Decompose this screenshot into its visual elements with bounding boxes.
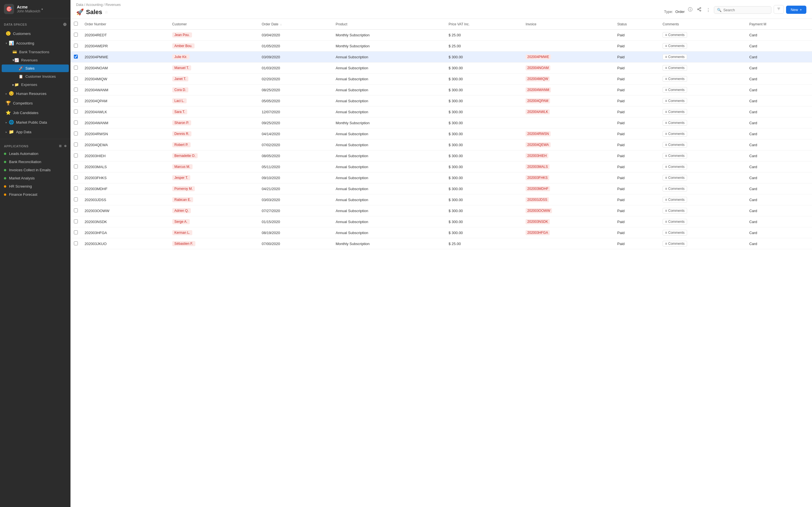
app-item-leads-automation[interactable]: Leads Automation [0,150,70,158]
row-checkbox[interactable] [74,143,78,147]
invoice-cell[interactable]: 202003MALS [522,161,614,172]
comments-cell[interactable]: ≡ Comments [659,96,746,107]
customer-cell[interactable]: Sharon P. [169,117,259,128]
invoice-cell[interactable]: 202004WANM [522,84,614,96]
invoice-chip[interactable]: 202003OOWW [525,208,552,213]
more-options-button[interactable]: ⋮ [705,6,712,14]
invoice-cell[interactable]: 202003NSDK [522,216,614,227]
invoice-chip[interactable]: 202003MALS [525,164,550,169]
invoice-cell[interactable]: 202003MDHF [522,183,614,194]
customer-cell[interactable]: Amber Bou. [169,41,259,52]
row-checkbox[interactable] [74,198,78,202]
comments-cell[interactable]: ≡ Comments [659,41,746,52]
invoice-chip[interactable]: 202003NSDK [525,219,550,224]
comments-button[interactable]: ≡ Comments [663,230,687,235]
row-checkbox-cell[interactable] [70,117,81,128]
comments-cell[interactable]: ≡ Comments [659,227,746,238]
comments-button[interactable]: ≡ Comments [663,142,687,148]
customer-cell[interactable]: Adrien Q. [169,205,259,216]
row-checkbox-cell[interactable] [70,183,81,194]
app-item-finance-forecast[interactable]: Finance Forecast [0,190,70,199]
invoice-chip[interactable]: 202004WANM [525,87,551,93]
customer-chip[interactable]: Sharon P. [172,120,192,125]
invoice-cell[interactable]: 202004RWSN [522,128,614,139]
comments-button[interactable]: ≡ Comments [663,43,687,49]
sidebar-item-revenues[interactable]: ▾ 📈 Revenues [2,56,69,64]
customer-cell[interactable]: Laci L. [169,96,259,107]
comments-button[interactable]: ≡ Comments [663,98,687,104]
comments-button[interactable]: ≡ Comments [663,153,687,159]
customer-chip[interactable]: Sébastien F. [172,241,195,246]
comments-button[interactable]: ≡ Comments [663,120,687,126]
customer-cell[interactable]: Robert P. [169,139,259,151]
row-checkbox[interactable] [74,154,78,158]
comments-cell[interactable]: ≡ Comments [659,216,746,227]
customer-chip[interactable]: Serge A. [172,219,190,224]
invoice-chip[interactable]: 202004QPAM [525,98,550,103]
invoice-cell[interactable]: 202004AWLK [522,107,614,117]
comments-button[interactable]: ≡ Comments [663,164,687,170]
customer-cell[interactable]: Pomeroy M. [169,183,259,194]
search-input[interactable] [723,8,768,12]
row-checkbox[interactable] [74,44,78,48]
customer-cell[interactable]: Cora D. [169,84,259,96]
comments-button[interactable]: ≡ Comments [663,197,687,203]
row-checkbox[interactable] [74,165,78,168]
invoice-chip[interactable]: 202004AWLK [525,109,550,114]
add-app-icon[interactable]: ⊕ [64,144,67,148]
customer-cell[interactable]: Janet T. [169,73,259,84]
sidebar-item-human-resources[interactable]: ▸ 😊 Human Resources [2,89,69,98]
customer-chip[interactable]: Marcus M. [172,164,193,169]
customer-cell[interactable]: Bernadette O. [169,151,259,161]
row-checkbox-cell[interactable] [70,194,81,205]
invoice-cell[interactable] [522,41,614,52]
row-checkbox[interactable] [74,66,78,69]
customer-chip[interactable]: Cora D. [172,87,188,93]
invoice-cell[interactable] [522,117,614,128]
row-checkbox[interactable] [74,131,78,135]
comments-cell[interactable]: ≡ Comments [659,205,746,216]
customer-chip[interactable]: Julie Kir. [172,54,190,59]
comments-button[interactable]: ≡ Comments [663,186,687,191]
customer-cell[interactable]: Manuel T. [169,62,259,73]
customer-chip[interactable]: Janet T. [172,76,189,81]
comments-cell[interactable]: ≡ Comments [659,194,746,205]
filter-button[interactable] [774,5,784,14]
comments-button[interactable]: ≡ Comments [663,109,687,115]
favorite-icon[interactable]: ☆ [105,10,108,14]
row-checkbox-cell[interactable] [70,30,81,41]
invoice-chip[interactable]: 202003MDHF [525,186,550,191]
invoice-chip[interactable]: 202003FHKS [525,175,549,180]
invoice-cell[interactable]: 202004QEWA [522,139,614,151]
row-checkbox[interactable] [74,175,78,179]
comments-cell[interactable]: ≡ Comments [659,151,746,161]
customer-cell[interactable]: Serge A. [169,216,259,227]
select-all-checkbox[interactable] [74,22,78,25]
row-checkbox-cell[interactable] [70,172,81,183]
comments-cell[interactable]: ≡ Comments [659,84,746,96]
row-checkbox[interactable] [74,219,78,223]
customer-cell[interactable]: Jean Pou. [169,30,259,41]
info-button[interactable]: ⓘ [687,6,694,14]
customer-cell[interactable]: Rabican E. [169,194,259,205]
comments-button[interactable]: ≡ Comments [663,65,687,71]
comments-button[interactable]: ≡ Comments [663,241,687,246]
comments-cell[interactable]: ≡ Comments [659,183,746,194]
customer-chip[interactable]: Jean Pou. [172,33,192,38]
invoice-cell[interactable]: 202003HIEH [522,151,614,161]
row-checkbox[interactable] [74,230,78,234]
customer-chip[interactable]: Manuel T. [172,65,192,70]
sidebar-item-app-data[interactable]: ▸ 📁 App Data [2,127,69,136]
row-checkbox-cell[interactable] [70,161,81,172]
row-checkbox-cell[interactable] [70,227,81,238]
row-checkbox-cell[interactable] [70,151,81,161]
customer-cell[interactable]: Kerman L. [169,227,259,238]
row-checkbox-cell[interactable] [70,139,81,151]
row-checkbox[interactable] [74,209,78,212]
invoice-cell[interactable]: 202004QPAM [522,96,614,107]
row-checkbox-cell[interactable] [70,41,81,52]
customer-cell[interactable]: Sébastien F. [169,238,259,249]
app-item-hr-screening[interactable]: HR Screening [0,182,70,190]
row-checkbox-cell[interactable] [70,128,81,139]
row-checkbox-cell[interactable] [70,107,81,117]
